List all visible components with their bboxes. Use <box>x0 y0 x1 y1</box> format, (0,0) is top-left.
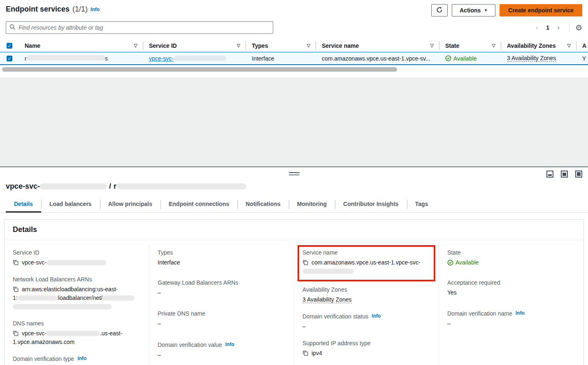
create-endpoint-service-button[interactable]: Create endpoint service <box>500 4 582 16</box>
page-prev-icon[interactable]: ‹ <box>532 23 542 33</box>
filter-icon[interactable]: ▽ <box>134 43 137 48</box>
search-filter-box[interactable] <box>6 21 273 34</box>
refresh-icon <box>436 7 443 14</box>
gear-icon[interactable]: ⚙ <box>575 24 582 32</box>
tab-tags[interactable]: Tags <box>407 197 437 212</box>
row-acceptance: Y <box>582 55 586 62</box>
page-number[interactable]: 1 <box>544 24 552 31</box>
copy-icon[interactable] <box>13 286 19 292</box>
select-all-checkbox[interactable]: ✓ <box>7 43 12 49</box>
service-id-label: Service ID <box>13 249 141 256</box>
acceptance-required-value: Yes <box>447 288 575 297</box>
filter-icon[interactable]: ▽ <box>307 43 310 48</box>
endpoint-services-table: ✓ Name ▽ Service ID ▽ Types ▽ Service na… <box>0 40 588 77</box>
panel-size-half-icon[interactable] <box>561 171 568 178</box>
table-row[interactable]: ✓ rs vpce-svc- Interface com.amazonaws.v… <box>0 52 588 65</box>
detail-split-panel: vpce-svc- / r Details Load balancers All… <box>0 166 588 365</box>
domain-verification-value-label: Domain verification value <box>158 342 222 348</box>
details-column-1: Service ID vpce-svc- Network Load Balanc… <box>5 244 149 365</box>
state-label: State <box>447 249 575 256</box>
redacted-text <box>116 183 246 190</box>
types-label: Types <box>158 249 286 256</box>
page-header: Endpoint services (1/1) Info <box>6 4 100 14</box>
col-header-service-id: Service ID <box>149 42 177 49</box>
copy-icon[interactable] <box>302 350 308 356</box>
search-input[interactable] <box>19 24 270 31</box>
tab-notifications[interactable]: Notifications <box>237 197 289 212</box>
state-value: Available <box>447 258 575 267</box>
actions-button-label: Actions <box>460 7 481 14</box>
service-id-value: vpce-svc- <box>22 259 46 266</box>
redacted-text <box>46 331 100 336</box>
info-link[interactable]: Info <box>225 342 234 347</box>
panel-tabs: Details Load balancers Allow principals … <box>0 197 588 213</box>
filter-icon[interactable]: ▽ <box>237 43 240 48</box>
copy-icon[interactable] <box>302 260 308 265</box>
redacted-text <box>13 304 112 309</box>
row-service-name: com.amazonaws.vpce.us-east-1.vpce-sv... <box>322 55 430 62</box>
redacted-text <box>46 260 106 265</box>
horizontal-scrollbar[interactable] <box>2 67 586 72</box>
actions-button[interactable]: Actions ▼ <box>452 4 495 16</box>
domain-verification-name-label: Domain verification name <box>447 310 512 317</box>
check-circle-icon <box>447 260 453 266</box>
panel-title: vpce-svc- / r <box>0 167 588 191</box>
tab-load-balancers[interactable]: Load balancers <box>41 197 100 212</box>
redacted-text <box>40 183 107 190</box>
details-column-2: Types Interface Gateway Load Balancers A… <box>149 244 294 365</box>
filter-icon[interactable]: ▽ <box>430 43 434 48</box>
nlb-arns-label: Network Load Balancers ARNs <box>13 276 141 283</box>
row-types: Interface <box>252 55 274 62</box>
info-link[interactable]: Info <box>77 356 86 361</box>
copy-icon[interactable] <box>13 330 19 336</box>
domain-verification-type-label: Domain verification type <box>13 356 74 362</box>
service-name-value: com.amazonaws.vpce.us-east-1.vpce-svc- <box>302 258 430 276</box>
resource-count: (1/1) <box>72 5 88 14</box>
copy-icon[interactable] <box>13 260 19 265</box>
row-name-suffix: s <box>105 55 108 62</box>
row-state: Available <box>445 55 477 62</box>
service-name-label: Service name <box>302 249 430 256</box>
scrollbar-thumb[interactable] <box>2 67 397 72</box>
panel-size-small-icon[interactable] <box>546 171 553 178</box>
details-column-4: State Available Acceptance required Yes … <box>439 244 583 365</box>
row-availability-zones-popover[interactable]: 3 Availability Zones <box>507 55 556 62</box>
tab-details[interactable]: Details <box>6 197 41 213</box>
col-header-acceptance: A <box>582 42 586 49</box>
tab-monitoring[interactable]: Monitoring <box>289 197 335 212</box>
dns-names-value: vpce-svc-.us-east- 1.vpce.amazonaws.com <box>13 329 141 346</box>
panel-drag-handle[interactable] <box>289 172 300 175</box>
check-circle-icon <box>445 55 451 61</box>
col-header-name: Name <box>25 42 40 49</box>
tab-contributor-insights[interactable]: Contributor Insights <box>335 197 407 212</box>
filter-icon[interactable]: ▽ <box>567 43 571 48</box>
endpoint-services-section: Endpoint services (1/1) Info Actions ▼ C… <box>0 0 588 77</box>
details-card-heading: Details <box>5 220 583 240</box>
availability-zones-label: Availability Zones <box>302 286 430 293</box>
chevron-down-icon: ▼ <box>484 8 488 12</box>
nlb-arns-value: arn:aws:elasticloadbalancing:us-east- 1:… <box>13 285 141 311</box>
tab-endpoint-connections[interactable]: Endpoint connections <box>160 197 237 212</box>
details-card: Details Service ID vpce-svc- Network Loa… <box>4 219 584 365</box>
domain-verification-name-value: – <box>447 319 575 328</box>
filter-icon[interactable]: ▽ <box>492 43 495 48</box>
panel-size-full-icon[interactable] <box>575 171 582 178</box>
gateway-lb-arns-label: Gateway Load Balancers ARNs <box>158 279 286 286</box>
page-title: Endpoint services <box>6 5 70 14</box>
private-dns-name-label: Private DNS name <box>158 310 286 317</box>
availability-zones-popover[interactable]: 3 Availability Zones <box>302 296 352 303</box>
info-link[interactable]: Info <box>516 310 525 316</box>
redacted-text <box>302 269 354 274</box>
tab-allow-principals[interactable]: Allow principals <box>100 197 160 212</box>
gateway-lb-arns-value: – <box>158 288 286 297</box>
col-header-types: Types <box>252 42 268 49</box>
row-checkbox[interactable]: ✓ <box>7 56 12 61</box>
dns-names-label: DNS names <box>13 320 141 327</box>
row-name-prefix: r <box>25 55 27 62</box>
refresh-button[interactable] <box>431 4 448 16</box>
service-id-link[interactable]: vpce-svc- <box>149 55 226 62</box>
info-link[interactable]: Info <box>372 313 381 319</box>
header-info-link[interactable]: Info <box>91 7 100 12</box>
redacted-text <box>18 295 57 301</box>
page-next-icon[interactable]: › <box>553 23 563 33</box>
